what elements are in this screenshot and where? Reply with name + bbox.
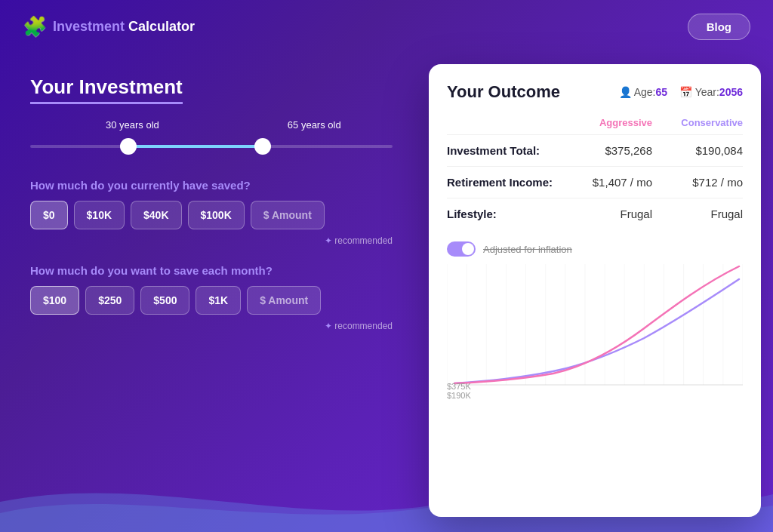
row-label-0: Investment Total: (447, 144, 562, 157)
slider-track-container[interactable]: // This won't run here, we use a separat… (30, 135, 400, 158)
logo-invest: Investment (53, 19, 125, 34)
person-icon: 👤 (619, 86, 632, 98)
age-slider-section: 30 years old 65 years old (30, 119, 400, 158)
left-panel: Your Investment 30 years old 65 years ol… (15, 60, 415, 364)
row-aggressive-0: $375,268 (562, 144, 652, 157)
question-monthly-label: How much do you want to save each month? (30, 264, 400, 277)
row-label-1: Retirement Income: (447, 176, 562, 189)
blog-button[interactable]: Blog (688, 14, 750, 40)
slider-labels: 30 years old 65 years old (30, 119, 400, 131)
star-icon: ✦ (325, 235, 332, 246)
savings-option-0[interactable]: $0 (30, 201, 68, 229)
toggle-label: Adjusted for inflation (483, 244, 572, 255)
table-row: Investment Total: $375,268 $190,084 (447, 134, 743, 166)
inflation-toggle-row: Adjusted for inflation (447, 241, 743, 257)
chart-container: $375K $190K (447, 264, 743, 400)
col-aggressive: Aggressive (562, 117, 652, 128)
table-row: Lifestyle: Frugal Frugal (447, 198, 743, 229)
monthly-option-250[interactable]: $250 (85, 286, 134, 315)
savings-option-10k[interactable]: $10K (74, 201, 125, 229)
question-monthly: How much do you want to save each month?… (30, 264, 400, 331)
monthly-option-500[interactable]: $500 (140, 286, 189, 315)
monthly-recommended: ✦ recommended (30, 321, 400, 331)
savings-amount-input[interactable]: $ Amount (251, 201, 325, 229)
data-table: Investment Total: $375,268 $190,084 Reti… (447, 134, 743, 229)
question-savings-label: How much do you currently have saved? (30, 179, 400, 192)
chart-label-190k: $190K (447, 391, 471, 400)
outcome-panel: Your Outcome 👤 Age:65 📅 Year:2056 Aggres… (429, 64, 761, 517)
ticks-overlay: // This won't run here, we use a separat… (30, 135, 393, 158)
savings-option-100k[interactable]: $100K (188, 201, 245, 229)
logo: 🧩 Investment Calculator (23, 15, 195, 38)
outcome-header: Your Outcome 👤 Age:65 📅 Year:2056 (447, 82, 743, 102)
row-aggressive-2: Frugal (562, 208, 652, 220)
outcome-meta: 👤 Age:65 📅 Year:2056 (619, 86, 744, 98)
logo-text: Investment Calculator (53, 19, 195, 35)
slider-left-label: 30 years old (106, 119, 159, 131)
toggle-knob (462, 243, 474, 255)
monthly-options: $100 $250 $500 $1K $ Amount (30, 286, 400, 315)
outcome-title: Your Outcome (447, 82, 560, 102)
slider-right-label: 65 years old (288, 119, 341, 131)
monthly-amount-input[interactable]: $ Amount (247, 286, 321, 315)
inflation-toggle[interactable] (447, 241, 476, 257)
row-label-2: Lifestyle: (447, 208, 562, 220)
row-conservative-1: $712 / mo (652, 176, 743, 189)
header: 🧩 Investment Calculator Blog (0, 0, 773, 54)
question-savings: How much do you currently have saved? $0… (30, 179, 400, 246)
column-headers: Aggressive Conservative (447, 117, 743, 128)
monthly-option-1k[interactable]: $1K (196, 286, 241, 315)
row-conservative-2: Frugal (652, 208, 743, 220)
star-icon-2: ✦ (325, 321, 332, 331)
savings-option-40k[interactable]: $40K (131, 201, 181, 229)
year-value: 2056 (719, 86, 743, 98)
logo-calc: Calculator (125, 19, 195, 34)
savings-options: $0 $10K $40K $100K $ Amount (30, 201, 400, 229)
chart-label-375k: $375K (447, 382, 471, 391)
year-meta: 📅 Year:2056 (679, 86, 743, 98)
row-aggressive-1: $1,407 / mo (562, 176, 652, 189)
age-meta: 👤 Age:65 (619, 86, 668, 98)
col-conservative: Conservative (652, 117, 743, 128)
chart-svg (447, 264, 743, 400)
savings-recommended: ✦ recommended (30, 235, 400, 246)
chart-labels: $375K $190K (447, 382, 471, 400)
monthly-option-100[interactable]: $100 (30, 286, 79, 315)
row-conservative-0: $190,084 (652, 144, 743, 157)
table-row: Retirement Income: $1,407 / mo $712 / mo (447, 166, 743, 198)
page-title: Your Investment (30, 75, 183, 104)
age-value: 65 (655, 86, 667, 98)
logo-icon: 🧩 (23, 15, 47, 38)
calendar-icon: 📅 (679, 86, 692, 98)
